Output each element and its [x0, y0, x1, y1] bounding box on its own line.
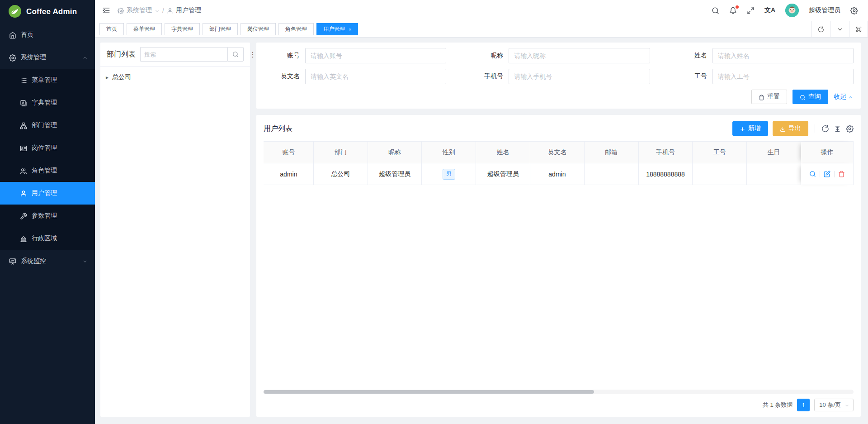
- column-header: 昵称: [368, 142, 422, 163]
- add-user-button[interactable]: 新增: [732, 121, 768, 136]
- view-row-icon[interactable]: [809, 171, 816, 177]
- sidebar-item-label: 菜单管理: [32, 76, 88, 84]
- main-area: 系统管理 / 用户管理 文A 超级管理员 首页 菜单管理 字典管理 部门管理 岗…: [95, 0, 868, 424]
- search-icon: [800, 93, 806, 100]
- name-input[interactable]: [712, 48, 854, 63]
- tabs-refresh-icon[interactable]: [811, 21, 830, 38]
- column-header: 英文名: [530, 142, 585, 163]
- field-label: 英文名: [264, 72, 305, 81]
- user-icon: [20, 189, 27, 197]
- tab-home[interactable]: 首页: [99, 23, 124, 35]
- edit-row-icon[interactable]: [824, 171, 830, 177]
- fullscreen-icon[interactable]: [747, 7, 755, 14]
- search-form-card: 账号 昵称 姓名 英文名: [256, 43, 861, 109]
- tab-user-mgmt[interactable]: 用户管理×: [316, 23, 358, 35]
- horizontal-scrollbar-thumb[interactable]: [264, 390, 594, 394]
- tab-label: 用户管理: [323, 25, 345, 33]
- chevron-up-icon: [82, 54, 88, 61]
- sidebar-item-dept-mgmt[interactable]: 部门管理: [0, 114, 95, 137]
- caret-right-icon[interactable]: ▸: [106, 74, 108, 81]
- sidebar-item-home[interactable]: 首页: [0, 24, 95, 46]
- en-name-input[interactable]: [305, 69, 446, 84]
- plus-icon: [740, 125, 745, 132]
- sidebar-item-dict-mgmt[interactable]: 字典管理: [0, 91, 95, 114]
- notification-bell-icon[interactable]: [729, 7, 737, 14]
- page-size-value: 10 条/页: [819, 401, 841, 409]
- action-divider: [834, 171, 835, 177]
- cell-dept: 总公司: [314, 163, 368, 185]
- cell-phone: 18888888888: [639, 163, 693, 185]
- reset-button[interactable]: 重置: [751, 90, 787, 104]
- sidebar-item-user-mgmt[interactable]: 用户管理: [0, 182, 95, 205]
- action-divider: [820, 171, 820, 177]
- tab-menu-mgmt[interactable]: 菜单管理: [127, 23, 162, 35]
- sidebar-item-param-mgmt[interactable]: 参数管理: [0, 205, 95, 227]
- export-button-label: 导出: [788, 124, 801, 133]
- home-icon: [9, 31, 16, 38]
- tabs-dropdown-icon[interactable]: [830, 21, 849, 38]
- breadcrumb: 系统管理 / 用户管理: [118, 6, 201, 14]
- horizontal-scrollbar: [264, 390, 854, 394]
- row-height-icon[interactable]: [834, 125, 841, 133]
- sidebar-item-system-monitor[interactable]: 系统监控: [0, 250, 95, 272]
- column-header-actions: 操作: [801, 142, 854, 163]
- phone-input[interactable]: [509, 69, 650, 84]
- sidebar-item-post-mgmt[interactable]: 岗位管理: [0, 137, 95, 159]
- sidebar-item-admin-region[interactable]: 行政区域: [0, 227, 95, 250]
- wrench-icon: [20, 212, 27, 219]
- user-icon: [167, 7, 173, 14]
- column-header: 生日: [747, 142, 801, 163]
- sidebar: Coffee Admin 首页 系统管理 菜单管理 字典管理 部门管理: [0, 0, 95, 424]
- tab-role-mgmt[interactable]: 角色管理: [278, 23, 314, 35]
- content: 部门列表 ⋮ ▸ 总公司 账号: [95, 38, 868, 424]
- avatar[interactable]: [785, 4, 799, 17]
- dictionary-icon: [20, 99, 27, 106]
- field-label: 工号: [671, 72, 712, 81]
- cell-actions: [801, 163, 854, 185]
- sidebar-item-role-mgmt[interactable]: 角色管理: [0, 159, 95, 182]
- breadcrumb-page: 用户管理: [176, 6, 201, 14]
- collapse-filters-link[interactable]: 收起: [834, 93, 854, 101]
- sidebar-item-system-mgmt[interactable]: 系统管理: [0, 46, 95, 69]
- export-button[interactable]: 导出: [773, 121, 808, 136]
- collapse-sidebar-icon[interactable]: [102, 6, 110, 14]
- add-button-label: 新增: [748, 124, 761, 133]
- tab-dict-mgmt[interactable]: 字典管理: [165, 23, 200, 35]
- tab-label: 岗位管理: [247, 25, 269, 33]
- account-input[interactable]: [305, 48, 446, 63]
- sidebar-item-label: 用户管理: [32, 189, 88, 197]
- dept-search-button[interactable]: [227, 47, 244, 62]
- settings-gear-icon[interactable]: [850, 7, 858, 14]
- query-button-label: 查询: [808, 93, 821, 101]
- column-settings-gear-icon[interactable]: [846, 125, 854, 133]
- search-icon[interactable]: [712, 7, 719, 14]
- current-user-name[interactable]: 超级管理员: [809, 6, 840, 14]
- gear-icon: [9, 53, 16, 61]
- tab-label: 字典管理: [171, 25, 193, 33]
- page-size-select[interactable]: 10 条/页: [814, 399, 854, 411]
- user-table: 账号 部门 昵称 性别 姓名 英文名 邮箱 手机号 工号 生日 操作 admin: [264, 141, 854, 185]
- table-refresh-icon[interactable]: [821, 125, 829, 133]
- job-no-input[interactable]: [712, 69, 854, 84]
- tab-dept-mgmt[interactable]: 部门管理: [203, 23, 238, 35]
- team-icon: [20, 167, 27, 174]
- dept-search-input[interactable]: [140, 47, 227, 62]
- translate-icon[interactable]: 文A: [764, 6, 775, 14]
- page-number-button[interactable]: 1: [797, 399, 810, 411]
- breadcrumb-section[interactable]: 系统管理: [127, 6, 152, 14]
- sidebar-item-label: 岗位管理: [32, 144, 88, 152]
- dept-panel: 部门列表 ⋮ ▸ 总公司: [100, 43, 250, 417]
- tab-post-mgmt[interactable]: 岗位管理: [241, 23, 276, 35]
- delete-row-icon[interactable]: [838, 171, 845, 177]
- sidebar-item-menu-mgmt[interactable]: 菜单管理: [0, 69, 95, 91]
- chevron-up-icon: [848, 93, 854, 100]
- dept-panel-title: 部门列表: [107, 50, 136, 59]
- tab-close-icon[interactable]: ×: [349, 27, 351, 32]
- nickname-input[interactable]: [509, 48, 650, 63]
- query-button[interactable]: 查询: [793, 90, 828, 104]
- table-row: admin 总公司 超级管理员 男 超级管理员 admin 1888888888…: [264, 163, 854, 185]
- field-label: 账号: [264, 52, 305, 60]
- gear-icon: [118, 7, 124, 14]
- content-maximize-icon[interactable]: [849, 21, 868, 38]
- tree-node-root[interactable]: ▸ 总公司: [106, 71, 245, 84]
